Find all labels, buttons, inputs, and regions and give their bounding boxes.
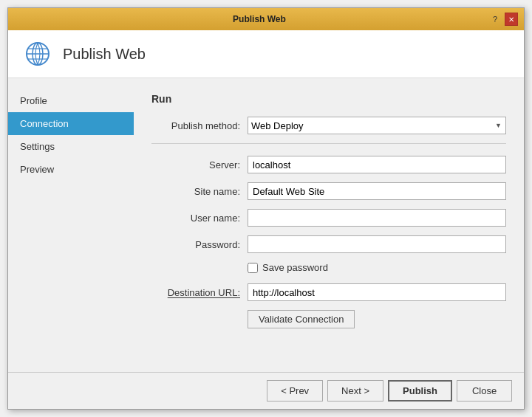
server-label: Server: <box>151 159 248 170</box>
prev-button[interactable]: < Prev <box>267 380 323 402</box>
user-name-input[interactable] <box>248 209 506 227</box>
destination-url-row: Destination URL: <box>151 283 506 301</box>
close-window-button[interactable]: ✕ <box>505 13 518 26</box>
publish-method-select[interactable]: Web Deploy Web Deploy Package FTP File S… <box>248 117 506 134</box>
content-area: Profile Connection Settings Preview Run … <box>8 78 524 372</box>
destination-url-label: Destination URL: <box>151 287 248 298</box>
window-title: Publish Web <box>30 14 488 24</box>
next-button[interactable]: Next > <box>327 380 383 402</box>
help-button[interactable]: ? <box>488 13 502 26</box>
title-bar: Publish Web ? ✕ <box>8 8 524 30</box>
sidebar: Profile Connection Settings Preview <box>8 78 134 372</box>
globe-icon <box>24 41 51 67</box>
site-name-row: Site name: <box>151 182 506 200</box>
main-form: Run Publish method: Web Deploy Web Deplo… <box>134 78 524 372</box>
save-password-checkbox[interactable] <box>248 263 258 273</box>
publish-web-dialog: Publish Web ? ✕ Publish Web Profile Conn… <box>7 7 525 410</box>
password-label: Password: <box>151 239 248 250</box>
sidebar-item-profile[interactable]: Profile <box>8 89 134 112</box>
publish-method-label: Publish method: <box>151 120 248 131</box>
publish-method-row: Publish method: Web Deploy Web Deploy Pa… <box>151 117 506 134</box>
close-button[interactable]: Close <box>457 380 512 402</box>
user-name-label: User name: <box>151 213 248 224</box>
validate-connection-button[interactable]: Validate Connection <box>248 310 355 328</box>
server-row: Server: <box>151 156 506 173</box>
password-row: Password: <box>151 235 506 253</box>
validate-connection-area: Validate Connection <box>151 310 506 328</box>
publish-web-icon <box>23 39 52 69</box>
title-bar-controls: ? ✕ <box>488 13 518 26</box>
footer: < Prev Next > Publish Close <box>8 372 524 409</box>
publish-button[interactable]: Publish <box>388 380 452 402</box>
sidebar-item-connection[interactable]: Connection <box>8 112 134 135</box>
server-input[interactable] <box>248 156 506 173</box>
save-password-label[interactable]: Save password <box>262 262 328 273</box>
save-password-row: Save password <box>248 262 506 273</box>
header-area: Publish Web <box>8 30 524 78</box>
sidebar-item-preview[interactable]: Preview <box>8 158 134 181</box>
sidebar-item-settings[interactable]: Settings <box>8 135 134 158</box>
password-input[interactable] <box>248 235 506 253</box>
user-name-row: User name: <box>151 209 506 227</box>
publish-method-select-wrapper: Web Deploy Web Deploy Package FTP File S… <box>248 117 506 134</box>
site-name-input[interactable] <box>248 182 506 200</box>
header-title: Publish Web <box>63 46 146 63</box>
site-name-label: Site name: <box>151 186 248 197</box>
destination-url-input[interactable] <box>248 283 506 301</box>
section-title: Run <box>151 93 506 105</box>
divider <box>151 143 506 144</box>
